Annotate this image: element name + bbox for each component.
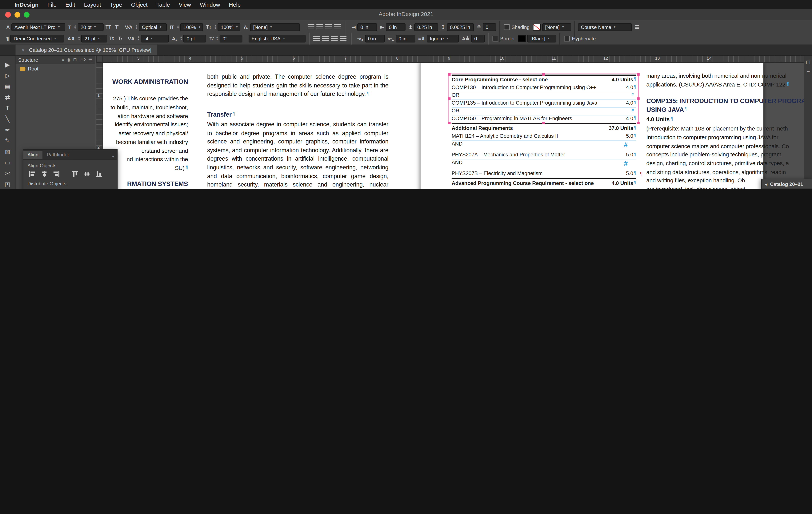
selection-handle[interactable] (447, 97, 450, 100)
selection-handle[interactable] (637, 121, 639, 124)
character-formatting-icon[interactable]: A (6, 24, 10, 30)
doc-line[interactable]: concepts include problem-solving techniq… (646, 151, 781, 158)
distribute-left-icon[interactable] (70, 188, 80, 189)
right-indent-field[interactable]: 0 in (386, 23, 405, 31)
table-row[interactable]: PHYS207B – Electricity and Magnetism5.0¶ (452, 171, 636, 178)
menu-item-file[interactable]: File (48, 1, 57, 8)
menu-item-view[interactable]: View (179, 1, 191, 8)
justify-all-button[interactable] (331, 35, 338, 41)
pages-panel-header[interactable]: ◂ Catalog 20–21 (762, 179, 812, 189)
window-titlebar[interactable]: Adobe InDesign 2021 (0, 9, 812, 21)
table-row[interactable]: MATH124 – Analytic Geometry and Calculus… (452, 133, 636, 141)
pencil-tool-icon[interactable]: ✎ (2, 136, 13, 146)
selection-frame[interactable] (448, 74, 639, 123)
doc-line[interactable]: to build, maintain, troubleshoot, (111, 104, 188, 110)
document-tab[interactable]: × Cat­alog 20–21 Courses.indd @ 125% [GP… (16, 45, 158, 55)
panel-menu-icon[interactable]: ☰ (635, 24, 639, 30)
doc-line[interactable]: aster recovery and physical/ (118, 130, 188, 136)
menu-item-indesign[interactable]: InDesign (14, 1, 38, 8)
close-tab-icon[interactable]: × (22, 47, 25, 53)
align-top-icon[interactable] (70, 170, 80, 178)
space-after-field[interactable]: 0.0625 in (447, 23, 474, 31)
all-caps-button[interactable]: TT (106, 24, 111, 30)
menu-item-type[interactable]: Type (110, 1, 122, 8)
tab-pathfinder[interactable]: Pathfinder (42, 151, 73, 159)
doc-line[interactable]: RMATION SYSTEMS (127, 180, 188, 188)
distribute-top-icon[interactable] (27, 188, 37, 189)
vertical-scale-field[interactable]: 100%▾ (218, 23, 240, 31)
last-line-indent-field[interactable]: 0 in (396, 34, 415, 42)
align-right-icon[interactable] (51, 170, 61, 178)
paragraph-style-select[interactable]: Course Name▾ (578, 23, 632, 31)
table-row[interactable]: Additional Requirements37.0 Units (452, 123, 636, 133)
free-transform-tool-icon[interactable]: ◳ (2, 179, 13, 189)
align-left-icon[interactable] (27, 170, 37, 178)
line-tool-icon[interactable]: ╲ (2, 114, 13, 125)
align-bottom-icon[interactable] (94, 170, 104, 178)
justify-button[interactable] (334, 24, 341, 30)
doc-line[interactable]: ation hardware and software (118, 113, 188, 119)
menu-item-object[interactable]: Object (131, 1, 147, 8)
doc-line[interactable]: nd interactions within the (127, 156, 188, 162)
doc-line[interactable]: 275.) This course provides the (113, 95, 188, 102)
doc-h2[interactable]: Transfer (207, 111, 388, 118)
doc-line[interactable]: COMP135: INTRODUCTION TO COMPUTER PROGRA… (646, 97, 804, 105)
doc-body[interactable]: With an associate degree in computer sci… (207, 120, 388, 189)
ruler-corner[interactable] (96, 55, 103, 62)
menu-item-window[interactable]: Window (200, 1, 220, 8)
text-column-4[interactable]: many areas, involving both numerical and… (646, 62, 804, 189)
shading-color-select[interactable]: [None]▾ (542, 23, 571, 31)
menu-item-help[interactable]: Help (229, 1, 241, 8)
distribute-vcenter-icon[interactable] (39, 188, 49, 189)
type-tool-icon[interactable]: T (2, 103, 13, 114)
font-family-select[interactable]: Avenir Next LT Pro▾ (11, 23, 65, 31)
collapse-icon[interactable]: ◂ (765, 181, 767, 187)
direct-selection-tool-icon[interactable]: ▷ (2, 70, 13, 81)
small-caps-button[interactable]: Tt (109, 36, 114, 41)
doc-body[interactable]: both public and private. The computer sc… (207, 73, 388, 98)
gap-tool-icon[interactable]: ⇄ (2, 92, 13, 103)
doc-line[interactable]: many areas, involving both numerical and… (646, 73, 786, 79)
character-style-select[interactable]: [None]▾ (250, 23, 300, 31)
left-indent-field[interactable]: 0 in (357, 23, 377, 31)
distribute-bottom-icon[interactable] (51, 188, 61, 189)
tracking-field[interactable]: -4▾ (141, 34, 169, 42)
baseline-shift-field[interactable]: 0 pt (184, 34, 206, 42)
skew-field[interactable]: 0° (220, 34, 242, 42)
border-color-select[interactable]: [Black]▾ (527, 34, 556, 42)
language-select[interactable]: English: USA▾ (249, 34, 305, 42)
kerning-field[interactable]: Optical▾ (139, 23, 167, 31)
first-line-indent-field[interactable]: 0 in (365, 34, 384, 42)
menu-item-table[interactable]: Table (156, 1, 170, 8)
horizontal-scale-field[interactable]: 100%▾ (180, 23, 203, 31)
doc-line[interactable]: SU) (175, 165, 188, 171)
doc-line[interactable]: Introduction to computer programming usi… (646, 134, 778, 140)
pen-tool-icon[interactable]: ✒ (2, 125, 13, 136)
hyphenate-checkbox[interactable] (564, 35, 570, 41)
selection-handle[interactable] (447, 73, 450, 76)
paragraph-formatting-icon[interactable]: ¶ (6, 35, 9, 41)
doc-line[interactable]: applications. (CSU/UC) AA/AS Area E, C-I… (646, 81, 789, 88)
table-row[interactable]: PHYS207A – Mechanics and Properties of M… (452, 152, 636, 160)
scissors-tool-icon[interactable]: ✂ (2, 168, 13, 179)
menu-item-layout[interactable]: Layout (84, 1, 101, 8)
text-column-2[interactable]: both public and private. The computer sc… (207, 62, 388, 189)
rectangle-frame-tool-icon[interactable]: ⊠ (2, 146, 13, 158)
doc-line[interactable]: computer science majors and computer pro… (646, 143, 789, 149)
menu-item-edit[interactable]: Edit (65, 1, 75, 8)
validate-icon[interactable]: ◉ (67, 57, 70, 62)
table-row[interactable]: AND# (452, 160, 636, 170)
space-before-field[interactable]: 0.25 in (414, 23, 438, 31)
superscript-button[interactable]: T¹ (115, 24, 120, 30)
doc-line[interactable]: erstand server and (141, 148, 188, 154)
table-row[interactable]: COMP232 – Advanced JAVA Programming4.0 (452, 189, 636, 189)
tab-align[interactable]: Align (23, 151, 42, 159)
shading-checkbox[interactable] (504, 24, 510, 30)
drop-cap-chars-field[interactable]: 0 (471, 34, 485, 42)
selection-handle[interactable] (542, 121, 545, 124)
menu-icon[interactable]: ☰ (88, 57, 92, 62)
doc-line[interactable]: and string data structures, operations, … (646, 169, 786, 175)
add-icon[interactable]: ⊞ (73, 57, 77, 62)
border-swatch[interactable] (518, 35, 526, 42)
selection-handle[interactable] (637, 73, 639, 76)
